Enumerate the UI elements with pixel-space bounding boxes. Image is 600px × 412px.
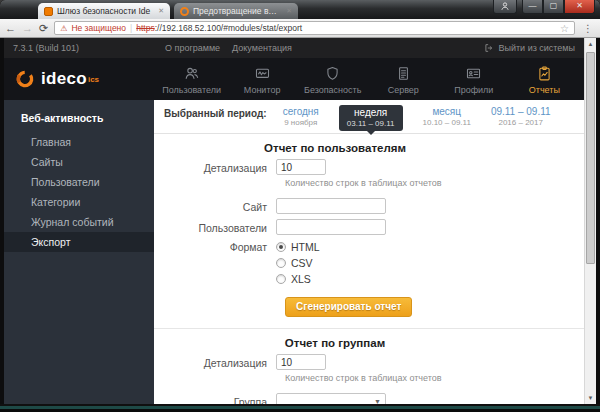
nav-label: Отчеты [529,85,560,95]
scroll-up-icon[interactable]: ▲ [585,38,596,50]
browser-menu-icon[interactable]: ⋮ [581,23,595,34]
profiles-icon [465,65,482,82]
nav-label: Профили [454,85,493,95]
url-text: https://192.168.52.100/#modules/stat/exp… [136,23,302,33]
person-icon [500,1,510,11]
detail-label: Детализация [154,356,276,369]
scrollbar-thumb[interactable] [586,52,595,264]
nav-label: Сервер [388,85,419,95]
export-forms: Отчет по пользователям Детализация Колич… [154,134,584,404]
maximize-button[interactable]: ▢ [543,0,564,14]
page-scrollbar[interactable]: ▲ ▼ [584,38,596,404]
nav-label: Безопасность [304,85,361,95]
url-rest: ://192.168.52.100/#modules/stat/export [155,23,302,33]
period-label: Выбранный период: [164,106,267,119]
app-nav: idecoics Пользователи Монитор Безопаснос… [4,58,584,100]
logo-sup: ics [88,75,99,84]
address-bar[interactable]: ⚠ Не защищено | https://192.168.52.100/#… [54,21,575,35]
period-option-month[interactable]: месяц 10.10 – 09.11 [423,106,471,127]
group-select[interactable]: ▼ [276,393,386,404]
browser-tab-inactive[interactable]: Предотвращение втор ✕ [174,3,298,19]
browser-tab-active[interactable]: Шлюз безопасности Ide ✕ [38,3,170,19]
profile-button[interactable] [493,0,517,14]
logout-label: Выйти из системы [498,43,575,53]
sidebar-item-eventlog[interactable]: Журнал событий [4,212,154,232]
section-divider [154,328,584,329]
server-icon [395,65,412,82]
sidebar-header: Веб-активность [4,112,154,132]
close-window-button[interactable]: ✕ [564,0,595,14]
logout-button[interactable]: Выйти из системы [484,43,575,53]
users-icon [183,65,200,82]
scroll-down-icon[interactable]: ▼ [585,392,596,404]
app-logo[interactable]: idecoics [4,58,154,100]
format-option-html[interactable]: HTML [276,241,320,253]
detail-input[interactable] [276,354,326,370]
browser-window: Шлюз безопасности Ide ✕ Предотвращение в… [0,0,600,412]
generate-report-button[interactable]: Сгенерировать отчет [285,297,412,317]
version-label: 7.3.1 (Build 101) [13,43,79,53]
browser-titlebar: Шлюз безопасности Ide ✕ Предотвращение в… [0,0,600,19]
sidebar-item-sites[interactable]: Сайты [4,152,154,172]
users-label: Пользователи [154,221,276,234]
web-page: 7.3.1 (Build 101) О программе Документац… [4,38,584,404]
users-input[interactable] [276,219,386,235]
sidebar-item-categories[interactable]: Категории [4,192,154,212]
reload-icon[interactable]: ⟳ [39,23,48,34]
radio-icon[interactable] [276,274,286,284]
tab-favicon-icon [44,7,53,16]
sidebar-item-main[interactable]: Главная [4,132,154,152]
format-option-csv[interactable]: CSV [276,257,320,269]
section-title: Отчет по группам [154,337,516,349]
site-input[interactable] [276,198,386,214]
browser-toolbar: ← → ⟳ ⚠ Не защищено | https://192.168.52… [0,19,600,38]
period-option-week[interactable]: неделя 03.11 – 09.11 [339,105,403,131]
monitor-icon [254,65,271,82]
period-option-custom[interactable]: 09.11 – 09.11 2016 – 2017 [491,106,551,127]
reports-icon [536,65,553,82]
format-option-xls[interactable]: XLS [276,273,320,285]
not-secure-label[interactable]: Не защищено [71,23,126,33]
nav-item-users[interactable]: Пользователи [159,58,225,100]
scrollbar-track[interactable] [585,50,596,392]
docs-link[interactable]: Документация [232,43,292,53]
detail-input[interactable] [276,159,326,175]
period-bar: Выбранный период: сегодня 9 ноября недел… [154,100,584,134]
nav-item-profiles[interactable]: Профили [441,58,507,100]
nav-item-monitor[interactable]: Монитор [229,58,295,100]
logo-text: ideco [41,69,87,89]
back-icon[interactable]: ← [5,23,16,34]
shield-icon [324,65,341,82]
sidebar-item-export[interactable]: Экспорт [4,232,154,252]
nav-item-reports[interactable]: Отчеты [511,58,577,100]
tab-title: Предотвращение втор [193,6,280,16]
section-title: Отчет по пользователям [154,142,516,154]
bookmark-star-icon[interactable]: ☆ [560,23,569,34]
forward-icon[interactable]: → [22,23,33,34]
tab-title: Шлюз безопасности Ide [57,6,152,16]
detail-label: Детализация [154,161,276,174]
main-nav-items: Пользователи Монитор Безопасность Сервер… [154,58,584,100]
group-label: Группа [154,395,276,405]
url-divider: | [130,23,132,33]
url-scheme: https [136,23,154,33]
report-groups-section: Отчет по группам Детализация Количество … [154,337,584,404]
sidebar-item-users[interactable]: Пользователи [4,172,154,192]
detail-help-text: Количество строк в таблицах отчетов [285,373,584,383]
ideco-swirl-icon [15,69,35,89]
sidebar: Веб-активность Главная Сайты Пользовател… [4,100,154,404]
window-bottom-border [0,404,600,412]
minimize-button[interactable]: — [522,0,543,14]
app-topbar: 7.3.1 (Build 101) О программе Документац… [4,38,584,58]
close-tab-icon[interactable]: ✕ [156,7,164,15]
main-content: Выбранный период: сегодня 9 ноября недел… [154,100,584,404]
radio-icon[interactable] [276,258,286,268]
period-option-today[interactable]: сегодня 9 ноября [283,106,319,127]
nav-item-security[interactable]: Безопасность [300,58,366,100]
report-users-section: Отчет по пользователям Детализация Колич… [154,142,584,317]
nav-item-server[interactable]: Сервер [370,58,436,100]
site-label: Сайт [154,200,276,213]
close-tab-icon[interactable]: ✕ [284,7,292,15]
radio-selected-icon[interactable] [276,242,286,252]
about-link[interactable]: О программе [165,43,220,53]
